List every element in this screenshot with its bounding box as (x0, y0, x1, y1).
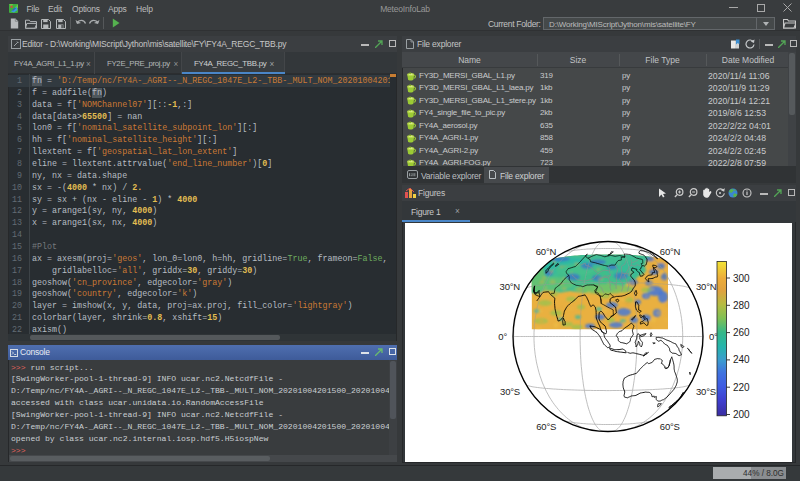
svg-text:260: 260 (733, 327, 750, 338)
svg-text:30°S: 30°S (696, 386, 716, 397)
svg-text:30°S: 30°S (500, 386, 520, 397)
svg-text:30°N: 30°N (696, 281, 717, 292)
svg-text:60°S: 60°S (660, 421, 680, 432)
svg-text:200: 200 (733, 409, 750, 420)
svg-text:0°: 0° (498, 331, 507, 342)
svg-text:220: 220 (733, 382, 750, 393)
svg-text:300: 300 (733, 273, 750, 284)
svg-text:30°N: 30°N (500, 281, 521, 292)
svg-text:60°S: 60°S (536, 421, 556, 432)
svg-text:280: 280 (733, 300, 750, 311)
svg-text:240: 240 (733, 354, 750, 365)
svg-text:60°N: 60°N (536, 246, 557, 257)
svg-text:60°N: 60°N (660, 246, 681, 257)
